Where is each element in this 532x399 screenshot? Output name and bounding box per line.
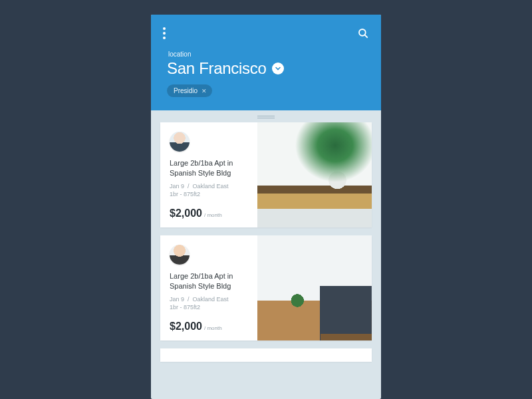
location-label: location bbox=[168, 51, 369, 58]
listing-price: $2,000 / month bbox=[170, 207, 249, 219]
listing-meta: Jan 9 / Oakland East 1br - 875ft2 bbox=[170, 182, 249, 199]
listing-card[interactable]: Large 2b/1ba Apt in Spanish Style Bldg J… bbox=[160, 122, 372, 227]
svg-point-0 bbox=[359, 29, 366, 36]
close-icon[interactable]: ✕ bbox=[201, 88, 207, 94]
listing-card[interactable]: Large 2b/1ba Apt in Spanish Style Bldg J… bbox=[160, 235, 372, 340]
listing-info: Large 2b/1ba Apt in Spanish Style Bldg J… bbox=[160, 122, 257, 227]
filter-chips: Presidio ✕ bbox=[167, 84, 369, 97]
listing-card[interactable] bbox=[160, 348, 372, 362]
listing-info: Large 2b/1ba Apt in Spanish Style Bldg J… bbox=[160, 235, 257, 340]
listing-title: Large 2b/1ba Apt in Spanish Style Bldg bbox=[170, 158, 249, 178]
avatar[interactable] bbox=[170, 245, 190, 265]
app-frame: location San Francisco Presidio ✕ Large … bbox=[151, 15, 381, 399]
top-bar bbox=[163, 24, 369, 43]
drag-handle[interactable] bbox=[151, 110, 381, 122]
avatar[interactable] bbox=[170, 132, 190, 152]
search-icon[interactable] bbox=[357, 27, 369, 39]
listing-meta: Jan 9 / Oakland East 1br - 875ft2 bbox=[170, 295, 249, 312]
listing-price: $2,000 / month bbox=[170, 321, 249, 332]
filter-chip-label: Presidio bbox=[174, 87, 198, 94]
more-icon[interactable] bbox=[163, 27, 166, 39]
filter-chip[interactable]: Presidio ✕ bbox=[167, 84, 212, 97]
listing-list: Large 2b/1ba Apt in Spanish Style Bldg J… bbox=[151, 122, 381, 362]
listing-photo[interactable] bbox=[257, 235, 372, 340]
svg-line-1 bbox=[365, 35, 368, 38]
location-row[interactable]: San Francisco bbox=[167, 59, 369, 78]
location-value: San Francisco bbox=[167, 59, 267, 78]
listing-title: Large 2b/1ba Apt in Spanish Style Bldg bbox=[170, 271, 249, 291]
listing-photo[interactable] bbox=[257, 122, 372, 227]
chevron-down-icon[interactable] bbox=[272, 63, 284, 74]
header: location San Francisco Presidio ✕ bbox=[151, 15, 381, 110]
